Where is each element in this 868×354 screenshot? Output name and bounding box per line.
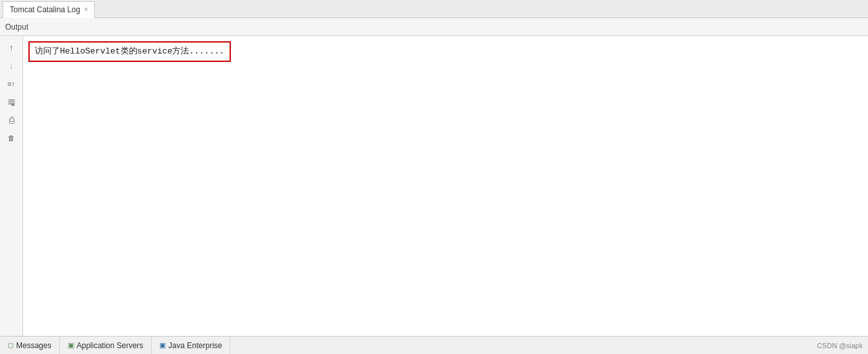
java-enterprise-label: Java Enterprise xyxy=(168,341,222,350)
log-entry-0: 访问了HelloServlet类的service方法....... xyxy=(28,41,231,62)
main-content: ↑ ↓ ≡↑ ⎙ 🗑 访问了HelloServlet类的service方法...… xyxy=(0,36,868,336)
scroll-down-icon[interactable]: ↓ xyxy=(4,58,19,74)
tab-bar: Tomcat Catalina Log × xyxy=(0,0,868,18)
tab-label: Tomcat Catalina Log xyxy=(10,5,80,14)
close-tab-button[interactable]: × xyxy=(84,6,88,13)
log-text: 访问了HelloServlet类的service方法....... xyxy=(35,46,224,56)
toolbar: Output xyxy=(0,18,868,36)
tomcat-catalina-log-tab[interactable]: Tomcat Catalina Log × xyxy=(3,1,95,18)
application-servers-tab[interactable]: ▣ Application Servers xyxy=(60,337,152,354)
output-label: Output xyxy=(5,23,28,32)
messages-icon: ◻ xyxy=(8,341,14,349)
status-right-text: CSDN @siapk xyxy=(817,342,863,349)
status-bar: ◻ Messages ▣ Application Servers ▣ Java … xyxy=(0,336,868,354)
scroll-up-icon[interactable]: ↑ xyxy=(4,40,19,55)
scroll-first-icon[interactable]: ≡↑ xyxy=(4,76,19,92)
messages-label: Messages xyxy=(16,341,52,350)
java-enterprise-tab[interactable]: ▣ Java Enterprise xyxy=(152,337,230,354)
log-area: 访问了HelloServlet类的service方法....... xyxy=(23,36,868,336)
application-servers-icon: ▣ xyxy=(68,341,74,349)
java-enterprise-icon: ▣ xyxy=(159,341,166,349)
scroll-last-icon[interactable] xyxy=(4,94,19,110)
delete-icon[interactable]: 🗑 xyxy=(4,130,19,146)
print-icon[interactable]: ⎙ xyxy=(4,112,19,128)
messages-tab[interactable]: ◻ Messages xyxy=(5,337,60,354)
action-bar: ↑ ↓ ≡↑ ⎙ 🗑 xyxy=(0,36,23,336)
application-servers-label: Application Servers xyxy=(77,341,143,350)
